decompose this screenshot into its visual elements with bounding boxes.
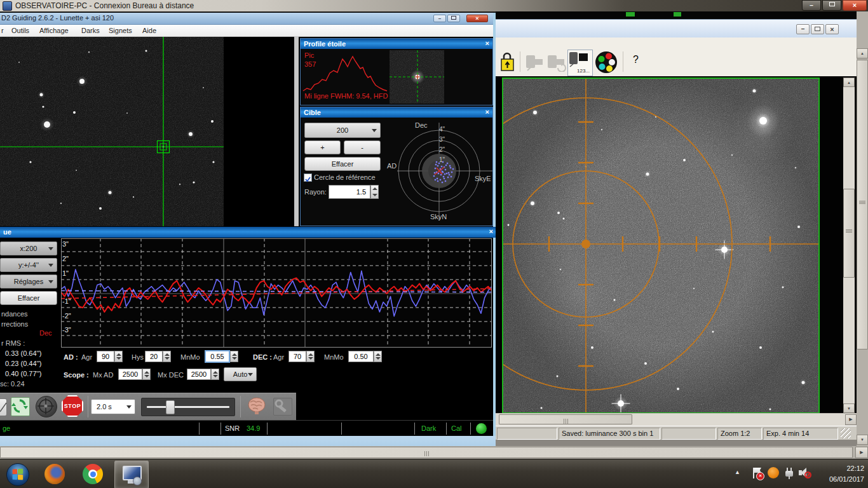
close-icon[interactable]: × [485, 39, 489, 47]
tray-chevron-button[interactable]: ▲ [735, 469, 740, 475]
spin-down-icon[interactable] [372, 194, 377, 196]
spin-up-icon[interactable] [213, 371, 218, 374]
menu-item-outils[interactable]: Outils [11, 27, 29, 34]
phd2-close-button[interactable]: × [466, 15, 488, 22]
dec-guide-mode-dropdown[interactable]: Auto [224, 367, 257, 381]
spin-down-icon[interactable] [376, 357, 381, 360]
spin-down-icon[interactable] [232, 357, 237, 360]
phd2-maximize-button[interactable] [447, 15, 460, 22]
ad-minmove-input[interactable]: 0.55 [205, 350, 230, 363]
max-ad-spinner[interactable] [142, 369, 151, 380]
spin-up-icon[interactable] [372, 187, 377, 190]
dec-aggression-input[interactable]: 70 [288, 351, 306, 362]
tray-clock[interactable]: 22:12 06/01/2017 [816, 463, 864, 485]
spin-down-icon[interactable] [116, 357, 121, 360]
graph-xscale-dropdown[interactable]: x:200 [0, 241, 57, 255]
dec-aggression-spinner[interactable] [306, 351, 315, 362]
vscroll-thumb[interactable] [843, 189, 855, 278]
tray-flag-button[interactable]: × [751, 467, 764, 480]
filter-wheel-button[interactable] [595, 51, 618, 74]
spin-down-icon[interactable] [308, 357, 313, 360]
spin-up-icon[interactable] [232, 353, 237, 356]
menu-item-affichage[interactable]: Affichage [39, 27, 69, 34]
imaging-maximize-button[interactable] [811, 24, 824, 34]
rdp-hscrollbar[interactable]: ▶ [0, 446, 868, 459]
camera-button[interactable] [0, 398, 7, 416]
ad-minmove-spinner[interactable] [230, 351, 238, 362]
guide-camera-view[interactable] [0, 37, 299, 226]
tray-rdp-connection-button[interactable] [783, 467, 796, 479]
lock-button[interactable] [499, 51, 515, 73]
max-ad-input[interactable]: 2500 [118, 369, 142, 380]
zoom-in-button[interactable]: + [304, 140, 341, 154]
hysteresis-spinner[interactable] [163, 351, 171, 362]
spin-down-icon[interactable] [165, 357, 170, 360]
scroll-right-button[interactable]: ▶ [845, 414, 857, 425]
rdp-vscroll-thumb[interactable] [857, 60, 868, 349]
spin-up-icon[interactable] [376, 353, 381, 356]
close-icon[interactable]: × [489, 227, 493, 235]
reference-circle-checkbox[interactable] [304, 173, 312, 182]
spin-down-icon[interactable] [213, 375, 218, 377]
scroll-up-button[interactable]: ▲ [843, 78, 855, 87]
menu-item-signets[interactable]: Signets [109, 27, 132, 34]
max-dec-input[interactable]: 2500 [187, 369, 211, 380]
exposure-dropdown[interactable]: 2.0 s [91, 399, 135, 414]
slider-thumb[interactable] [166, 400, 175, 414]
spin-up-icon[interactable] [116, 353, 121, 356]
tray-volume-button[interactable] [798, 466, 812, 480]
tray-app-button[interactable] [768, 467, 779, 478]
rdp-vscrollbar[interactable]: ▲ ▼ [857, 11, 868, 446]
ad-aggression-spinner[interactable] [114, 351, 123, 362]
brain-button[interactable] [247, 396, 268, 416]
clear-target-button[interactable]: Effacer [304, 157, 381, 171]
graph-clear-button[interactable]: Effacer [0, 291, 57, 305]
resize-grip[interactable] [841, 428, 851, 438]
gamma-slider[interactable] [141, 398, 235, 416]
imaging-minimize-button[interactable]: – [796, 24, 810, 34]
scroll-down-button[interactable]: ▼ [857, 435, 868, 445]
hysteresis-input[interactable]: 20 [145, 351, 163, 362]
stop-button[interactable]: STOP [62, 395, 83, 417]
trend-checkbox-label[interactable]: ndances [1, 310, 28, 318]
tools-button[interactable] [273, 398, 292, 416]
corrections-checkbox-label[interactable]: rrections [1, 320, 28, 328]
ad-aggression-input[interactable]: 90 [97, 351, 114, 362]
scroll-up-button[interactable]: ▲ [857, 48, 868, 58]
hscroll-thumb[interactable] [499, 414, 632, 424]
rdp-close-button[interactable]: × [843, 0, 867, 11]
max-dec-spinner[interactable] [211, 369, 219, 380]
dec-minmove-spinner[interactable] [374, 351, 382, 362]
graph-yscale-dropdown[interactable]: y:+/-4'' [0, 258, 57, 272]
zoom-out-button[interactable]: - [344, 140, 381, 154]
menu-item-darks[interactable]: Darks [81, 27, 100, 34]
spin-down-icon[interactable] [144, 375, 149, 377]
taskbar-chrome-button[interactable] [80, 463, 105, 485]
camera-sequence-button[interactable]: 123... [567, 50, 593, 76]
scroll-down-button[interactable]: ▼ [843, 403, 855, 413]
menu-item-fichier[interactable]: r [1, 27, 4, 34]
image-vscrollbar[interactable]: ▲ ▼ [843, 78, 855, 413]
taskbar-firefox-button[interactable] [42, 463, 67, 485]
camera-take-button[interactable] [525, 53, 545, 72]
spin-up-icon[interactable] [144, 371, 149, 374]
loop-exposure-button[interactable] [11, 397, 30, 416]
menu-item-aide[interactable]: Aide [142, 27, 156, 34]
camera-loop-button[interactable] [546, 53, 567, 72]
target-zoom-dropdown[interactable]: 200 [304, 123, 381, 138]
scroll-right-button[interactable]: ▶ [855, 447, 868, 458]
help-button[interactable]: ? [633, 54, 639, 65]
radius-spinner[interactable] [370, 185, 379, 199]
guide-button[interactable] [36, 396, 57, 417]
dec-minmove-input[interactable]: 0.50 [348, 351, 374, 362]
start-button[interactable] [6, 463, 29, 486]
rdp-hscroll-thumb[interactable] [0, 447, 853, 458]
taskbar-rdp-button[interactable] [114, 461, 149, 488]
graph-settings-dropdown[interactable]: Réglages [0, 274, 57, 288]
rdp-minimize-button[interactable]: – [802, 0, 821, 11]
spin-up-icon[interactable] [165, 353, 170, 356]
close-icon[interactable]: × [485, 108, 489, 116]
imaging-close-button[interactable]: × [825, 24, 839, 34]
radius-input[interactable]: 1.5 [329, 185, 370, 199]
rdp-restore-button[interactable] [822, 0, 841, 11]
